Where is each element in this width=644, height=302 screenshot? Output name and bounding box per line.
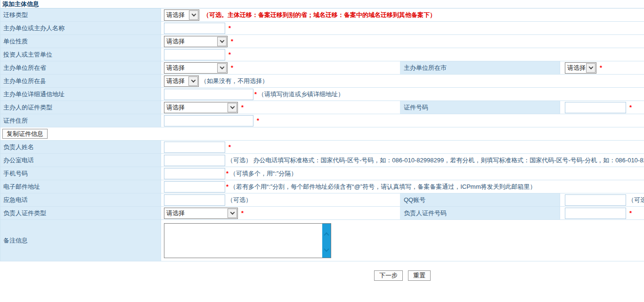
row-province-city: 主办单位所在省 请选择 * 主办单位所在市 请选择 * [0,61,644,75]
row-person-cert: 负责人证件类型 请选择 * 负责人证件号码 * [0,207,644,220]
row-organizer-name: 主办单位或主办人名称 * [0,22,644,35]
emergency-phone-hint: （可选） [227,196,252,204]
required-asterisk: * [254,91,257,98]
emergency-phone-label: 应急电话 [3,196,28,204]
chevron-down-icon [586,63,595,73]
required-asterisk: * [257,117,259,124]
row-email: 电子邮件地址 * （若有多个用“:”分割，每个邮件地址必须含有“@”符号，请认真… [0,180,644,193]
county-select[interactable]: 请选择 [164,76,199,87]
row-unit-nature: 单位性质 请选择 * [0,35,644,48]
province-select-value: 请选择 [166,64,185,72]
unit-nature-select-value: 请选择 [166,37,185,46]
chevron-down-icon [188,76,198,86]
row-copy-cert: 复制证件信息 [0,127,644,141]
chevron-glyph [220,38,224,43]
cert-residence-label: 证件住所 [3,117,28,125]
city-label: 主办单位所在市 [404,64,447,72]
office-phone-hint: （可选） 办公电话填写标准格式：国家代码-区号-号码，如：086-010-829… [227,156,644,165]
chevron-glyph [230,210,235,215]
scroll-up-icon[interactable] [324,232,329,237]
address-label: 主办单位详细通信地址 [3,90,65,99]
required-asterisk: * [226,170,228,177]
migration-type-label: 迁移类型 [3,11,28,19]
email-hint: （若有多个用“:”分割，每个邮件地址必须含有“@”符号，请认真填写，备案备案通过… [230,183,536,191]
required-asterisk: * [228,51,231,58]
row-address: 主办单位详细通信地址 * （请填写街道或乡镇详细地址） [0,88,644,101]
row-county: 主办单位所在县 请选择 （如果没有，不用选择） [0,75,644,88]
row-investor: 投资人或主管单位 * [0,48,644,61]
required-asterisk: * [226,183,228,190]
office-phone-label: 办公室电话 [3,156,34,165]
county-hint: （如果没有，不用选择） [201,77,268,85]
required-asterisk: * [231,38,233,45]
qq-input[interactable] [565,194,626,206]
person-cert-type-select[interactable]: 请选择 [164,208,238,219]
email-label: 电子邮件地址 [3,183,40,191]
cert-type-select-value: 请选择 [166,103,185,112]
chevron-down-icon [189,10,198,20]
city-select[interactable]: 请选择 [565,62,596,74]
qq-label: QQ账号 [404,196,425,204]
subject-info-form: 添加主体信息 迁移类型 请选择 （可选。主体迁移：备案迁移到别的省；域名迁移：备… [0,0,644,261]
required-asterisk: * [228,25,231,32]
address-hint: （请填写街道或乡镇详细地址） [258,90,344,99]
textarea-scrollbar[interactable] [322,224,331,258]
row-migration-type: 迁移类型 请选择 （可选。主体迁移：备案迁移到别的省；域名迁移：备案中的域名迁移… [0,8,644,22]
person-cert-number-label: 负责人证件号码 [404,209,447,218]
chevron-glyph [588,65,593,69]
migration-type-select-value: 请选择 [166,11,185,19]
chevron-down-icon [217,37,227,46]
required-asterisk: * [241,210,244,217]
province-select[interactable]: 请选择 [164,62,228,74]
required-asterisk: * [629,104,632,111]
organizer-name-input[interactable] [164,23,225,34]
county-select-value: 请选择 [166,77,185,85]
cert-residence-input[interactable] [164,115,253,126]
chevron-down-icon [228,103,237,112]
person-cert-type-label: 负责人证件类型 [3,209,46,218]
scroll-down-icon[interactable] [324,246,329,252]
next-step-button[interactable]: 下一步 [374,270,403,281]
remarks-textarea-wrap [164,223,331,258]
row-office-phone: 办公室电话 （可选） 办公电话填写标准格式：国家代码-区号-号码，如：086-0… [0,154,644,167]
chevron-glyph [191,78,196,83]
city-select-value: 请选择 [567,64,586,72]
office-phone-input[interactable] [164,155,225,166]
chevron-down-icon [217,63,227,73]
qq-hint: （可选） [628,196,644,204]
form-actions: 下一步 重置 [161,270,644,281]
chevron-down-icon [228,209,237,218]
person-cert-type-select-value: 请选择 [166,209,185,218]
required-asterisk: * [228,143,231,151]
row-remarks: 备注信息 [0,220,644,261]
unit-nature-select[interactable]: 请选择 [164,36,228,47]
organizer-name-label: 主办单位或主办人名称 [3,24,65,33]
email-input[interactable] [164,181,225,193]
unit-nature-label: 单位性质 [3,37,28,46]
emergency-phone-input[interactable] [164,194,225,206]
investor-input[interactable] [164,49,225,60]
mobile-label: 手机号码 [3,169,28,178]
copy-cert-button[interactable]: 复制证件信息 [2,129,48,139]
cert-number-label: 证件号码 [404,103,428,112]
row-emergency-qq: 应急电话 （可选） QQ账号 （可选） [0,193,644,207]
remarks-textarea[interactable] [164,223,331,258]
address-input[interactable] [164,89,253,100]
cert-type-label: 主办人的证件类型 [3,103,52,112]
row-cert-residence: 证件住所 * [0,114,644,127]
required-asterisk: * [231,64,233,71]
chevron-glyph [220,65,224,69]
row-person-name: 负责人姓名 * [0,141,644,154]
cert-number-input[interactable] [565,102,626,113]
migration-type-select[interactable]: 请选择 [164,9,199,21]
page-title: 添加主体信息 [2,0,39,8]
form-header: 添加主体信息 [0,0,644,8]
cert-type-select[interactable]: 请选择 [164,102,238,113]
person-cert-number-input[interactable] [565,208,626,219]
mobile-input[interactable] [164,168,225,179]
remarks-label: 备注信息 [3,236,28,245]
person-name-input[interactable] [164,142,225,153]
reset-button[interactable]: 重置 [408,270,431,281]
chevron-glyph [230,104,235,109]
required-asterisk: * [629,210,632,217]
